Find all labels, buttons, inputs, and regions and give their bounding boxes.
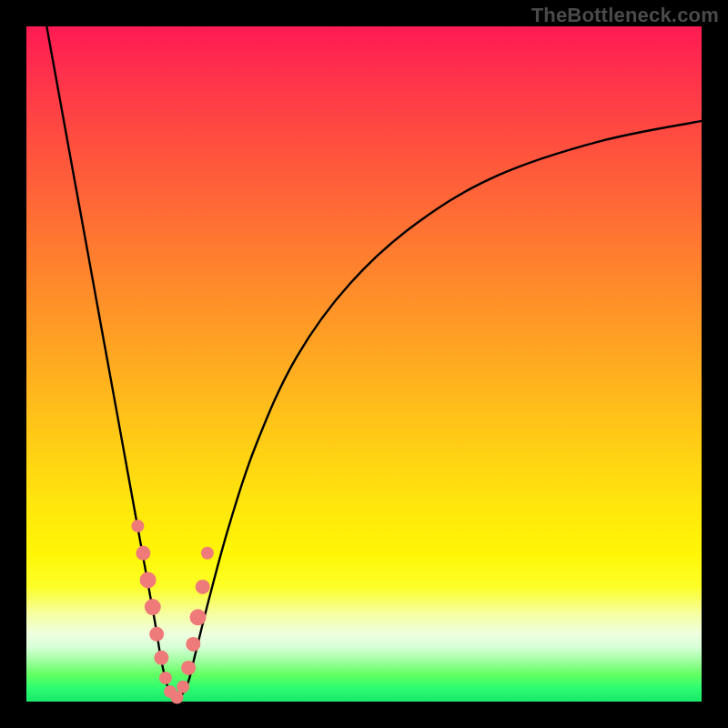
highlight-marker: [149, 627, 164, 642]
highlight-marker: [190, 609, 207, 625]
highlight-marker: [177, 681, 189, 693]
highlight-marker: [131, 520, 144, 532]
plot-area: [26, 26, 702, 702]
bottleneck-curve: [46, 26, 702, 699]
chart-frame: TheBottleneck.com: [0, 0, 728, 728]
highlight-marker: [136, 546, 150, 561]
highlight-marker: [186, 637, 200, 652]
highlight-marker: [181, 661, 196, 675]
highlight-marker: [171, 692, 184, 704]
highlight-marker: [159, 672, 172, 684]
highlight-marker: [201, 547, 214, 560]
highlight-marker: [145, 599, 161, 615]
watermark-text: TheBottleneck.com: [531, 4, 719, 27]
chart-svg: [26, 26, 702, 702]
highlight-marker: [196, 580, 210, 594]
highlight-markers: [131, 520, 214, 703]
highlight-marker: [140, 571, 157, 588]
highlight-marker: [154, 651, 168, 665]
